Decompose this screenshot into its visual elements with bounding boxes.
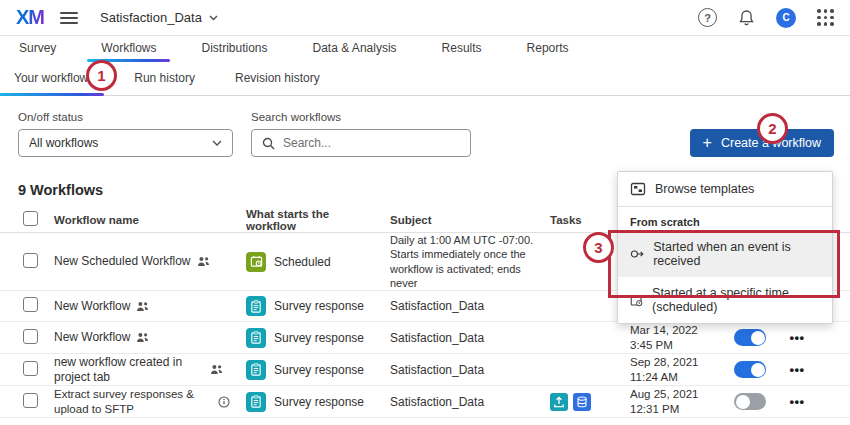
row-checkbox[interactable] [23,393,38,408]
search-workflows-label: Search workflows [251,111,471,123]
row-checkbox[interactable] [23,297,38,312]
hamburger-menu-icon[interactable] [60,12,78,24]
workflow-name[interactable]: New Workflow [54,330,130,345]
subtab-revision-history[interactable]: Revision history [221,63,334,95]
workflow-toggle[interactable] [734,361,766,378]
tab-survey[interactable]: Survey [3,36,72,62]
upload-task-icon[interactable] [550,393,568,411]
search-placeholder: Search... [283,136,331,150]
info-icon[interactable] [218,396,230,408]
workflow-subject: Satisfaction_Data [390,395,550,409]
last-modified: Aug 25, 2021 12:31 PM [630,387,726,417]
tab-reports[interactable]: Reports [511,36,585,62]
project-switcher[interactable]: Satisfaction_Data [100,10,218,25]
row-menu-button[interactable]: ••• [789,394,804,409]
select-all-checkbox[interactable] [23,211,38,226]
trigger-label: Survey response [274,363,364,377]
templates-icon [630,181,646,197]
database-task-icon[interactable] [573,393,591,411]
workflow-subject: Satisfaction_Data [390,363,550,377]
trigger-label: Survey response [274,395,364,409]
workflow-name[interactable]: New Workflow [54,299,130,314]
col-subject: Subject [390,214,550,226]
workflow-subject: Satisfaction_Data [390,299,550,313]
workflow-toggle[interactable] [734,393,766,410]
collaborators-icon [210,364,223,375]
collaborators-icon [197,256,210,267]
col-workflow-name: Workflow name [54,214,246,226]
tab-distributions[interactable]: Distributions [185,36,283,62]
scheduled-badge-icon [246,252,266,272]
main-nav: Survey Workflows Distributions Data & An… [0,36,850,63]
trigger-label: Scheduled [274,255,331,269]
row-checkbox[interactable] [23,253,38,268]
chevron-down-icon [212,140,222,147]
app-grid-icon[interactable] [817,9,834,26]
collaborators-icon [136,301,149,312]
top-bar: XM Satisfaction_Data ? C [0,0,850,36]
trigger-label: Survey response [274,299,364,313]
col-trigger: What starts the workflow [246,208,390,232]
status-filter-value: All workflows [29,136,98,150]
survey-response-badge-icon [246,328,266,348]
workflow-name[interactable]: New Scheduled Workflow [54,254,191,269]
workflow-name[interactable]: new workflow created in project tab [54,355,204,385]
notifications-bell-icon[interactable] [738,9,755,27]
plus-icon: + [703,135,712,151]
trigger-label: Survey response [274,331,364,345]
survey-response-badge-icon [246,360,266,380]
menu-section-from-scratch: From scratch [618,207,832,231]
last-modified: Mar 14, 2022 3:45 PM [630,323,726,353]
workflow-name[interactable]: Extract survey responses & upload to SFT… [54,387,212,416]
search-input[interactable]: Search... [251,129,471,157]
row-checkbox[interactable] [23,329,38,344]
survey-response-badge-icon [246,392,266,412]
filters-row: On/off status All workflows Search workf… [18,111,834,157]
annotation-step-1: 1 [86,60,117,91]
table-row: new workflow created in project tab Surv… [0,354,850,386]
workflows-subnav: Your workflows Run history Revision hist… [0,63,850,96]
menu-item-browse-templates[interactable]: Browse templates [618,172,832,206]
annotation-highlight-box [608,230,840,298]
annotation-step-3: 3 [583,232,614,263]
collaborators-icon [136,332,149,343]
last-modified: Sep 28, 2021 11:24 AM [630,355,726,385]
tab-results[interactable]: Results [426,36,498,62]
workflow-subject: Satisfaction_Data [390,331,550,345]
row-checkbox[interactable] [23,361,38,376]
survey-response-badge-icon [246,296,266,316]
tab-data-analysis[interactable]: Data & Analysis [297,36,413,62]
table-row: New Workflow Survey response Satisfactio… [0,322,850,354]
subtab-run-history[interactable]: Run history [120,63,209,95]
tab-workflows[interactable]: Workflows [85,36,172,62]
status-filter-label: On/off status [18,111,233,123]
chevron-down-icon [209,15,218,21]
workflow-toggle[interactable] [734,329,766,346]
project-title: Satisfaction_Data [100,10,202,25]
table-row: Extract survey responses & upload to SFT… [0,386,850,418]
annotation-step-2: 2 [757,113,788,144]
user-avatar[interactable]: C [776,8,796,28]
help-icon[interactable]: ? [698,8,717,27]
row-menu-button[interactable]: ••• [789,330,804,345]
xm-logo: XM [16,6,44,29]
workflow-subject: Daily at 1:00 AM UTC -07:00. Starts imme… [390,233,550,290]
row-menu-button[interactable]: ••• [789,362,804,377]
search-icon [262,137,275,150]
status-filter-select[interactable]: All workflows [18,129,233,157]
